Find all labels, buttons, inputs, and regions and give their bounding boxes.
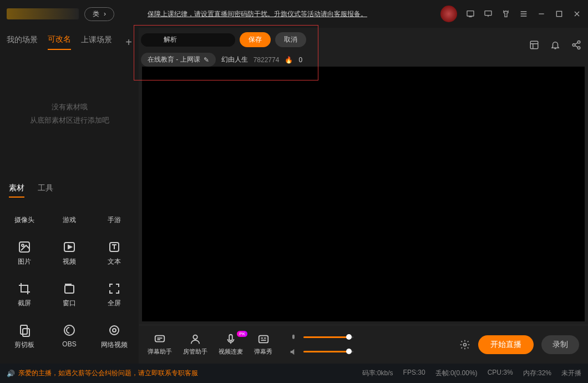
empty-line-2: 从底部素材区进行添加吧 <box>30 115 109 125</box>
chevron-right-icon: › <box>104 10 106 18</box>
text-icon <box>108 240 121 254</box>
category-pill[interactable]: 类› <box>84 7 114 21</box>
svg-point-4 <box>22 244 24 246</box>
start-stream-button[interactable]: 开始直播 <box>478 335 534 354</box>
heat-value: 0 <box>298 56 302 64</box>
danmu-show[interactable]: 弹幕秀 <box>254 333 272 356</box>
svg-point-14 <box>577 41 580 44</box>
source-text[interactable]: 文本 <box>92 233 136 274</box>
speaker-status-icon: 🔊 <box>7 370 15 377</box>
notice-link[interactable]: 保障上课纪律，请设置直播间密码防干扰。升旗仪式等活动请向客服报备。 <box>148 9 367 19</box>
clipboard-icon <box>18 324 31 337</box>
speaker-slider[interactable] <box>303 351 353 352</box>
gear-icon[interactable] <box>459 339 470 350</box>
window-label: 窗口 <box>63 299 76 308</box>
video-label: 视频 <box>63 257 76 266</box>
avatar[interactable] <box>440 6 457 22</box>
camera-label: 摄像头 <box>14 215 34 225</box>
svg-rect-1 <box>485 11 491 16</box>
room-id: 7822774 <box>254 56 280 64</box>
svg-rect-20 <box>258 336 268 343</box>
svg-point-16 <box>577 47 580 49</box>
window-icon <box>63 282 76 295</box>
fullscreen-icon <box>108 282 121 295</box>
mic-vol-icon <box>289 333 298 342</box>
svg-point-11 <box>110 326 119 335</box>
tab-rename[interactable]: 可改名 <box>48 34 71 50</box>
source-netvideo[interactable]: 网络视频 <box>92 316 136 357</box>
svg-rect-13 <box>530 41 538 49</box>
empty-line-1: 没有素材哦 <box>52 102 88 112</box>
menu-icon[interactable] <box>519 9 528 18</box>
video-icon <box>63 240 76 254</box>
source-image[interactable]: 图片 <box>2 233 47 274</box>
netvideo-label: 网络视频 <box>101 340 128 350</box>
flame-icon: 🔥 <box>285 56 293 64</box>
add-scene-button[interactable]: + <box>125 36 132 49</box>
svg-rect-21 <box>292 334 295 339</box>
mobile-label: 手游 <box>108 215 121 225</box>
netvideo-icon <box>108 324 121 337</box>
title-edit-panel: 保存 取消 在线教育 - 上网课✎ 幻由人生 7822774 🔥 0 <box>134 25 318 80</box>
record-button[interactable]: 录制 <box>541 335 579 354</box>
fullscreen-label: 全屏 <box>108 299 121 308</box>
stat-state: 未开播 <box>561 369 581 378</box>
shirt-icon[interactable] <box>501 9 510 18</box>
danmushow-label: 弹幕秀 <box>254 347 272 356</box>
svg-rect-2 <box>556 11 561 16</box>
save-button[interactable]: 保存 <box>240 32 271 47</box>
app-logo <box>7 8 79 19</box>
edit-icon: ✎ <box>204 56 209 64</box>
minimize-icon[interactable] <box>537 9 546 18</box>
source-screenshot[interactable]: 截屏 <box>2 274 47 316</box>
screen-icon[interactable] <box>466 9 475 18</box>
source-obs[interactable]: OBS <box>47 316 92 357</box>
username: 幻由人生 <box>221 55 248 64</box>
svg-rect-0 <box>467 11 474 16</box>
stat-mem: 内存:32% <box>523 369 551 378</box>
svg-point-18 <box>193 335 197 339</box>
monitor-icon[interactable] <box>484 9 493 18</box>
mod-helper[interactable]: 房管助手 <box>183 333 207 356</box>
category-text: 在线教育 - 上网课 <box>148 55 200 64</box>
share-icon[interactable] <box>571 40 581 50</box>
maximize-icon[interactable] <box>555 9 564 18</box>
clipboard-label: 剪切板 <box>14 340 34 350</box>
pk-badge: PK <box>237 331 247 337</box>
tab-class-scene[interactable]: 上课场景 <box>81 35 112 49</box>
source-camera[interactable]: 摄像头 <box>2 208 47 233</box>
image-label: 图片 <box>18 257 31 266</box>
layout-icon[interactable] <box>529 40 539 50</box>
room-title-input[interactable] <box>141 33 235 47</box>
close-icon[interactable] <box>572 9 581 18</box>
svg-rect-7 <box>65 285 74 293</box>
video-preview <box>142 67 585 321</box>
tooltab-tools[interactable]: 工具 <box>38 183 53 198</box>
source-video[interactable]: 视频 <box>47 233 92 274</box>
svg-rect-19 <box>229 335 232 341</box>
cancel-button[interactable]: 取消 <box>275 32 306 47</box>
source-game[interactable]: 游戏 <box>47 208 92 233</box>
stat-cpu: CPU:3% <box>488 369 513 378</box>
source-fullscreen[interactable]: 全屏 <box>92 274 136 316</box>
obs-label: OBS <box>62 340 76 348</box>
tooltab-material[interactable]: 素材 <box>9 183 24 198</box>
svg-point-12 <box>113 329 116 332</box>
chat-icon <box>154 333 166 345</box>
danmu-helper[interactable]: 弹幕助手 <box>148 333 172 356</box>
source-clipboard[interactable]: 剪切板 <box>2 316 47 357</box>
video-call[interactable]: PK视频连麦 <box>219 333 243 356</box>
svg-rect-9 <box>23 329 29 336</box>
stat-fps: FPS:30 <box>403 369 425 378</box>
speaker-icon <box>289 347 298 356</box>
image-icon <box>18 240 31 254</box>
mic-slider[interactable] <box>303 336 353 338</box>
danmu-label: 弹幕助手 <box>148 347 172 356</box>
obs-icon <box>63 324 76 337</box>
category-chip[interactable]: 在线教育 - 上网课✎ <box>141 53 216 67</box>
source-window[interactable]: 窗口 <box>47 274 92 316</box>
tab-my-scene[interactable]: 我的场景 <box>7 35 38 49</box>
bell-icon[interactable] <box>550 40 560 50</box>
source-mobile[interactable]: 手游 <box>92 208 136 233</box>
svg-point-10 <box>64 325 74 335</box>
